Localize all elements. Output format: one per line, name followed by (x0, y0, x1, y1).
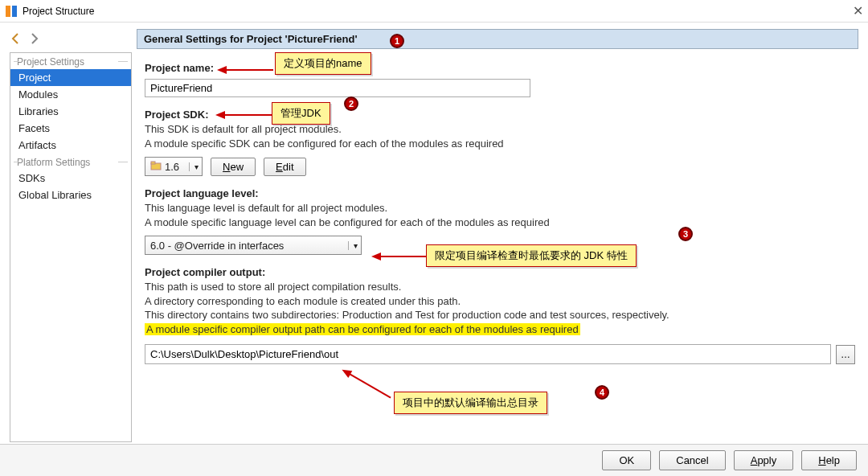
chevron-down-icon: ▾ (189, 162, 199, 171)
lang-level-selected: 6.0 - @Override in interfaces (150, 240, 284, 252)
annotation-arrow-2 (215, 109, 272, 123)
forward-icon[interactable] (27, 32, 40, 47)
annotation-arrow-3 (371, 251, 428, 265)
annotation-badge-1: 1 (390, 34, 404, 48)
chevron-down-icon: ▾ (348, 241, 358, 250)
svg-marker-9 (371, 252, 381, 261)
project-name-input[interactable] (145, 79, 530, 97)
section-header: General Settings for Project 'PictureFri… (137, 29, 858, 49)
sidebar-item-artifacts[interactable]: Artifacts (10, 137, 131, 154)
annotation-badge-3: 3 (678, 227, 693, 241)
folder-icon (150, 160, 162, 174)
app-icon (5, 5, 18, 18)
sidebar-item-libraries[interactable]: Libraries (10, 103, 131, 120)
sidebar-toolbar (10, 32, 132, 47)
svg-marker-11 (340, 366, 352, 378)
help-button[interactable]: Help (801, 450, 857, 470)
apply-button[interactable]: Apply (734, 450, 794, 470)
sdk-desc1: This SDK is default for all project modu… (145, 122, 855, 137)
annotation-1: 定义项目的name (275, 52, 371, 75)
sidebar-item-modules[interactable]: Modules (10, 86, 131, 103)
annotation-badge-4: 4 (595, 385, 609, 400)
cancel-button[interactable]: Cancel (659, 450, 725, 470)
sidebar-item-facets[interactable]: Facets (10, 120, 131, 137)
lang-level-combo[interactable]: 6.0 - @Override in interfaces ▾ (145, 236, 362, 255)
dialog-footer: OK Cancel Apply Help (0, 444, 868, 476)
annotation-2: 管理JDK (272, 102, 330, 125)
sdk-combo[interactable]: 1.6 ▾ (145, 157, 203, 176)
browse-button[interactable]: … (836, 345, 855, 364)
sidebar-item-global-libraries[interactable]: Global Libraries (10, 187, 131, 203)
back-icon[interactable] (10, 32, 23, 47)
edit-sdk-button[interactable]: Edit (264, 158, 305, 176)
compiler-desc3: This directory contains two subdirectori… (145, 308, 855, 322)
compiler-output-label: Project compiler output: (145, 266, 855, 278)
sidebar-item-project[interactable]: Project (10, 69, 131, 86)
lang-desc1: This language level is default for all p… (145, 201, 855, 215)
lang-desc2: A module specific language level can be … (145, 215, 855, 230)
sidebar-group-platform: Platform Settings (10, 154, 131, 170)
lang-level-label: Project language level: (145, 187, 855, 199)
svg-rect-1 (12, 6, 17, 17)
titlebar: Project Structure ✕ (0, 0, 868, 23)
sidebar-group-project: Project Settings (10, 53, 131, 69)
svg-rect-0 (6, 6, 10, 17)
compiler-desc2: A directory corresponding to each module… (145, 294, 855, 309)
window-title: Project Structure (23, 6, 94, 17)
compiler-desc1: This path is used to store all project c… (145, 280, 855, 294)
sdk-desc2: A module specific SDK can be configured … (145, 137, 855, 151)
annotation-badge-2: 2 (344, 96, 358, 111)
svg-rect-3 (151, 162, 155, 164)
annotation-arrow-1 (217, 64, 273, 78)
sidebar: Project Settings Project Modules Librari… (10, 52, 132, 442)
compiler-output-input[interactable] (145, 344, 831, 364)
sidebar-item-sdks[interactable]: SDKs (10, 170, 131, 187)
annotation-3: 限定项目编译检查时最低要求的 JDK 特性 (426, 244, 637, 267)
svg-marker-5 (217, 66, 227, 74)
sdk-selected: 1.6 (165, 161, 179, 173)
close-icon[interactable]: ✕ (853, 3, 863, 18)
new-sdk-button[interactable]: New (211, 158, 256, 176)
svg-marker-7 (215, 111, 225, 119)
annotation-4: 项目中的默认编译输出总目录 (394, 392, 547, 414)
compiler-desc4: A module specific compiler output path c… (145, 322, 855, 337)
ok-button[interactable]: OK (602, 450, 651, 470)
